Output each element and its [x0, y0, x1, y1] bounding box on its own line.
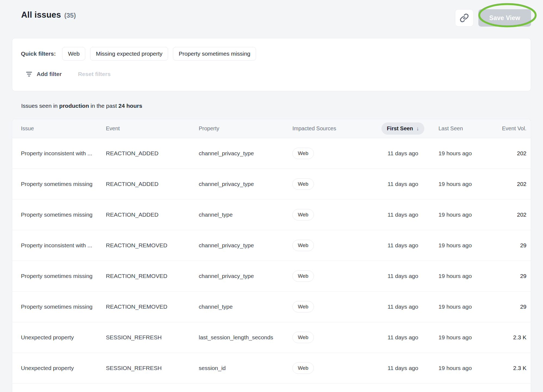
quick-filter-web[interactable]: Web — [62, 47, 85, 61]
impacted-sources-cell: Web — [292, 240, 380, 251]
issues-table: Issue Event Property Impacted Sources Fi… — [12, 119, 531, 392]
event-cell: REACTION_REMOVED — [106, 304, 199, 310]
source-badge-web: Web — [292, 362, 314, 374]
filter-lines-icon — [25, 70, 33, 78]
column-header-impacted-sources: Impacted Sources — [292, 125, 380, 132]
event-cell: SESSION_REFRESH — [106, 334, 199, 341]
property-cell: channel_privacy_type — [199, 181, 292, 187]
first-seen-cell: 11 days ago — [388, 242, 418, 249]
issues-scope-subtitle: Issues seen in production in the past 24… — [21, 103, 531, 109]
issue-cell: Property sometimes missing — [12, 304, 106, 310]
impacted-sources-cell: Web — [292, 270, 380, 282]
event-cell: REACTION_ADDED — [106, 150, 199, 157]
issue-cell: Property inconsistent with ... — [12, 150, 106, 157]
event-vol-cell: 2.3 K — [513, 334, 531, 341]
table-row[interactable]: Property inconsistent with ... REACTION_… — [12, 138, 531, 169]
property-cell: channel_privacy_type — [199, 273, 292, 279]
quick-filters-row: Quick filters: Web Missing expected prop… — [21, 47, 522, 61]
source-badge-web: Web — [292, 209, 314, 220]
column-header-event: Event — [106, 125, 199, 132]
issue-cell: Property sometimes missing — [12, 181, 106, 187]
page-header: All issues (35) Save View — [0, 0, 543, 38]
last-seen-cell: 19 hours ago — [426, 273, 483, 279]
subtitle-time-range: 24 hours — [118, 103, 142, 109]
event-cell: REACTION_REMOVED — [106, 242, 199, 249]
issue-cell: Property sometimes missing — [12, 273, 106, 279]
last-seen-cell: 19 hours ago — [426, 365, 483, 371]
table-row[interactable]: Unexpected property SESSION_REFRESH sess… — [12, 353, 531, 384]
save-view-button[interactable]: Save View — [478, 9, 531, 27]
last-seen-cell: 19 hours ago — [426, 242, 483, 249]
subtitle-prefix: Issues seen in — [21, 103, 59, 109]
column-header-issue: Issue — [12, 125, 106, 132]
first-seen-cell: 11 days ago — [388, 334, 418, 341]
quick-filter-property-sometimes-missing[interactable]: Property sometimes missing — [173, 47, 256, 61]
quick-filters-label: Quick filters: — [21, 50, 56, 57]
table-row[interactable]: Unexpected property SESSION_REFRESH last… — [12, 322, 531, 353]
event-vol-cell: 202 — [517, 181, 531, 187]
event-vol-cell: 202 — [517, 150, 531, 157]
table-row[interactable]: Property inconsistent with ... REACTION_… — [12, 230, 531, 261]
last-seen-cell: 19 hours ago — [426, 181, 483, 187]
source-badge-web: Web — [292, 301, 314, 312]
first-seen-cell: 11 days ago — [388, 365, 418, 371]
source-badge-web: Web — [292, 332, 314, 343]
sort-descending-arrow-icon: ↓ — [416, 125, 419, 132]
first-seen-cell: 11 days ago — [388, 211, 418, 218]
last-seen-cell: 19 hours ago — [426, 211, 483, 218]
table-header-row: Issue Event Property Impacted Sources Fi… — [12, 119, 531, 138]
column-header-event-vol: Event Vol. — [502, 125, 531, 132]
impacted-sources-cell: Web — [292, 301, 380, 312]
event-vol-cell: 29 — [520, 304, 531, 310]
source-badge-web: Web — [292, 240, 314, 251]
impacted-sources-cell: Web — [292, 178, 380, 190]
last-seen-cell: 19 hours ago — [426, 304, 483, 310]
table-body: Property inconsistent with ... REACTION_… — [12, 138, 531, 384]
property-cell: channel_privacy_type — [199, 150, 292, 157]
filter-actions-row: Add filter Reset filters — [21, 68, 522, 81]
event-vol-cell: 202 — [517, 211, 531, 218]
impacted-sources-cell: Web — [292, 209, 380, 220]
column-header-property: Property — [199, 125, 292, 132]
table-row[interactable]: Property sometimes missing REACTION_REMO… — [12, 292, 531, 322]
property-cell: channel_type — [199, 211, 292, 218]
event-vol-cell: 29 — [520, 273, 531, 279]
issue-cell: Unexpected property — [12, 334, 106, 341]
property-cell: channel_type — [199, 304, 292, 310]
first-seen-cell: 11 days ago — [388, 150, 418, 157]
page-title: All issues — [21, 10, 61, 20]
table-row[interactable]: Property sometimes missing REACTION_ADDE… — [12, 169, 531, 200]
issue-cell: Unexpected property — [12, 365, 106, 371]
link-icon — [460, 13, 469, 23]
property-cell: last_session_length_seconds — [199, 334, 292, 341]
filters-card: Quick filters: Web Missing expected prop… — [12, 38, 531, 91]
table-row[interactable]: Property sometimes missing REACTION_REMO… — [12, 261, 531, 292]
event-vol-cell: 29 — [520, 242, 531, 249]
issue-cell: Property inconsistent with ... — [12, 242, 106, 249]
impacted-sources-cell: Web — [292, 148, 380, 159]
event-vol-cell: 2.3 K — [513, 365, 531, 371]
event-cell: SESSION_REFRESH — [106, 365, 199, 371]
first-seen-cell: 11 days ago — [388, 304, 418, 310]
property-cell: channel_privacy_type — [199, 242, 292, 249]
subtitle-environment: production — [59, 103, 89, 109]
source-badge-web: Web — [292, 178, 314, 190]
column-header-last-seen: Last Seen — [426, 125, 483, 132]
table-row[interactable]: Property sometimes missing REACTION_ADDE… — [12, 200, 531, 230]
copy-link-button[interactable] — [455, 9, 473, 27]
last-seen-cell: 19 hours ago — [426, 150, 483, 157]
source-badge-web: Web — [292, 148, 314, 159]
partial-next-row — [12, 384, 531, 392]
event-cell: REACTION_REMOVED — [106, 273, 199, 279]
event-cell: REACTION_ADDED — [106, 211, 199, 218]
quick-filter-missing-expected-property[interactable]: Missing expected property — [90, 47, 168, 61]
header-actions: Save View — [455, 9, 531, 27]
column-header-first-seen-sort[interactable]: First Seen ↓ — [381, 122, 425, 135]
add-filter-label: Add filter — [37, 71, 62, 77]
issue-count: (35) — [64, 12, 76, 19]
impacted-sources-cell: Web — [292, 362, 380, 374]
first-seen-cell: 11 days ago — [388, 273, 418, 279]
reset-filters-button[interactable]: Reset filters — [78, 71, 111, 77]
add-filter-button[interactable]: Add filter — [21, 68, 66, 81]
source-badge-web: Web — [292, 270, 314, 282]
